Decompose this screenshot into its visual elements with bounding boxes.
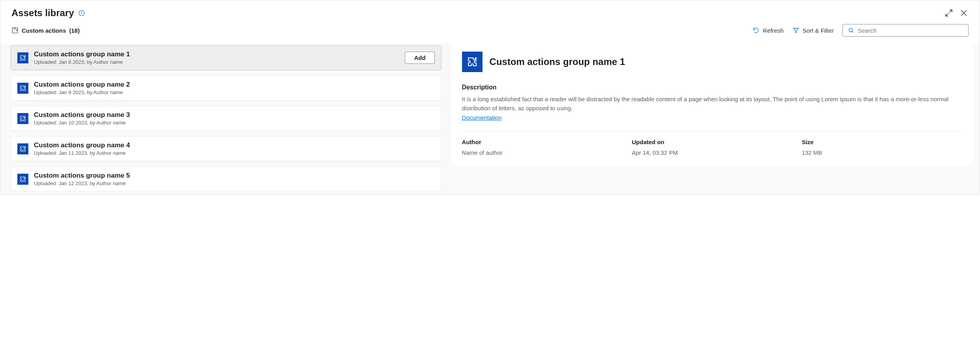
- list-item-text: Custom actions group name 3Uploaded: Jan…: [34, 111, 435, 126]
- refresh-icon: [753, 27, 760, 34]
- detail-title: Custom actions group name 1: [490, 56, 625, 67]
- list-item-title: Custom actions group name 4: [34, 141, 435, 149]
- puzzle-icon: [462, 52, 483, 72]
- search-input[interactable]: [858, 27, 963, 34]
- list-item[interactable]: Custom actions group name 3Uploaded: Jan…: [11, 106, 442, 131]
- list-item-title: Custom actions group name 1: [34, 50, 399, 58]
- updated-label: Updated on: [632, 139, 792, 145]
- meta-author: Author Name of author: [462, 139, 622, 156]
- category-count: (18): [69, 27, 80, 34]
- list-item-text: Custom actions group name 5Uploaded: Jan…: [34, 172, 435, 186]
- svg-point-6: [849, 28, 853, 32]
- puzzle-icon: [17, 52, 28, 63]
- list-item-title: Custom actions group name 5: [34, 172, 435, 180]
- search-icon: [848, 27, 855, 34]
- puzzle-icon: [17, 143, 28, 154]
- list-item-title: Custom actions group name 2: [34, 81, 435, 89]
- sort-filter-label: Sort & Filter: [803, 27, 834, 34]
- size-value: 132 MB: [802, 149, 962, 156]
- list-item-title: Custom actions group name 3: [34, 111, 435, 119]
- asset-list: Custom actions group name 1Uploaded: Jan…: [4, 44, 442, 191]
- svg-line-7: [852, 32, 853, 33]
- page-title: Assets library: [11, 7, 74, 19]
- list-item-subtitle: Uploaded: Jan 9 2023, by Author name: [34, 89, 435, 95]
- puzzle-icon: [17, 83, 28, 94]
- refresh-label: Refresh: [763, 27, 784, 34]
- sort-filter-button[interactable]: Sort & Filter: [792, 27, 834, 34]
- detail-head: Custom actions group name 1: [462, 52, 962, 72]
- list-item-text: Custom actions group name 1Uploaded: Jan…: [34, 50, 399, 65]
- close-icon[interactable]: [959, 8, 969, 18]
- panel-title-wrap: Assets library: [11, 7, 85, 19]
- toolbar-right: Refresh Sort & Filter: [753, 24, 969, 37]
- list-item[interactable]: Custom actions group name 4Uploaded: Jan…: [11, 136, 442, 161]
- meta-updated: Updated on Apr 14, 03:32 PM: [632, 139, 792, 156]
- svg-point-2: [81, 11, 82, 12]
- category-label: Custom actions: [22, 27, 66, 34]
- list-item-text: Custom actions group name 2Uploaded: Jan…: [34, 81, 435, 95]
- author-label: Author: [462, 139, 622, 145]
- expand-icon[interactable]: [944, 8, 954, 18]
- svg-rect-5: [12, 28, 18, 33]
- panel-header: Assets library: [0, 0, 980, 22]
- category-heading: Custom actions (18): [11, 27, 80, 34]
- search-box[interactable]: [842, 24, 969, 37]
- add-button[interactable]: Add: [405, 52, 434, 64]
- list-item[interactable]: Custom actions group name 2Uploaded: Jan…: [11, 76, 442, 100]
- list-item-subtitle: Uploaded: Jan 8 2023, by Author name: [34, 59, 399, 65]
- list-item[interactable]: Custom actions group name 5Uploaded: Jan…: [11, 167, 442, 191]
- info-icon[interactable]: [78, 9, 85, 17]
- toolbar: Custom actions (18) Refresh Sort & Filte…: [0, 22, 980, 44]
- description-text: It is a long established fact that a rea…: [462, 95, 962, 113]
- list-item-subtitle: Uploaded: Jan 10 2023, by Author name: [34, 120, 435, 126]
- filter-icon: [792, 27, 799, 34]
- list-item[interactable]: Custom actions group name 1Uploaded: Jan…: [11, 45, 442, 70]
- list-item-text: Custom actions group name 4Uploaded: Jan…: [34, 141, 435, 156]
- detail-panel: Custom actions group name 1 Description …: [451, 44, 973, 165]
- meta-row: Author Name of author Updated on Apr 14,…: [462, 139, 962, 156]
- meta-size: Size 132 MB: [802, 139, 962, 156]
- list-item-subtitle: Uploaded: Jan 12 2023, by Author name: [34, 180, 435, 186]
- size-label: Size: [802, 139, 962, 145]
- header-actions: [944, 8, 969, 18]
- content-area: Custom actions group name 1Uploaded: Jan…: [0, 44, 980, 195]
- author-value: Name of author: [462, 149, 622, 156]
- description-label: Description: [462, 84, 962, 91]
- documentation-link[interactable]: Documentation: [462, 114, 502, 121]
- puzzle-icon: [17, 174, 28, 185]
- refresh-button[interactable]: Refresh: [753, 27, 784, 34]
- updated-value: Apr 14, 03:32 PM: [632, 149, 792, 156]
- puzzle-icon: [11, 27, 19, 34]
- divider: [462, 131, 962, 132]
- list-item-subtitle: Uploaded: Jan 11 2023, by Author name: [34, 150, 435, 156]
- assets-library-panel: Assets library Custom actions (18): [0, 0, 980, 195]
- puzzle-icon: [17, 113, 28, 124]
